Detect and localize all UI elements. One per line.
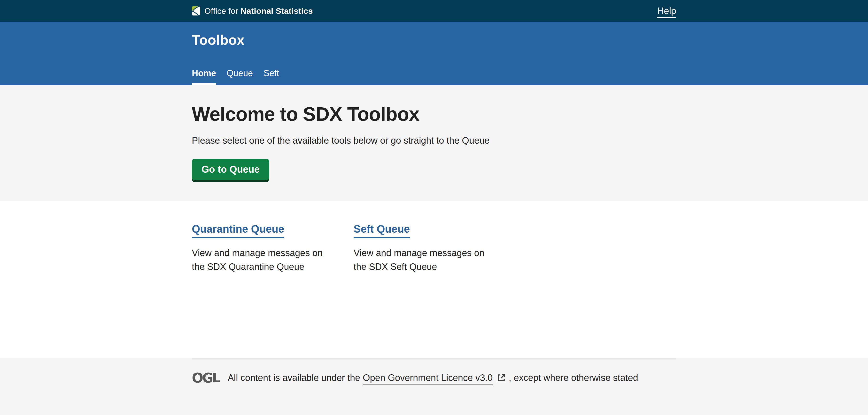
footer-divider <box>192 358 676 358</box>
external-link-icon <box>496 373 506 383</box>
quarantine-queue-link[interactable]: Quarantine Queue <box>192 223 284 235</box>
seft-queue-link[interactable]: Seft Queue <box>353 223 410 235</box>
ons-logo[interactable]: Office for National Statistics <box>192 6 313 16</box>
nav-tab-seft[interactable]: Seft <box>264 68 279 85</box>
title-banner: Toolbox Home Queue Seft <box>0 22 868 85</box>
ogl-logo: OGL <box>192 371 219 384</box>
tool-card-seft: Seft Queue View and manage messages on t… <box>353 223 489 274</box>
help-link[interactable]: Help <box>657 6 676 16</box>
tool-description: View and manage messages on the SDX Seft… <box>353 246 489 274</box>
licence-text: All content is available under the Open … <box>228 373 638 383</box>
welcome-heading: Welcome to SDX Toolbox <box>192 103 676 125</box>
tool-description: View and manage messages on the SDX Quar… <box>192 246 328 274</box>
primary-nav: Home Queue Seft <box>192 68 676 85</box>
tool-card-quarantine: Quarantine Queue View and manage message… <box>192 223 328 274</box>
footer: OGL All content is available under the O… <box>0 358 868 415</box>
ons-logo-icon <box>192 6 200 15</box>
welcome-subheading: Please select one of the available tools… <box>192 135 676 146</box>
ons-logo-text: Office for National Statistics <box>205 6 313 16</box>
tools-section: Quarantine Queue View and manage message… <box>0 201 868 322</box>
nav-tab-home[interactable]: Home <box>192 68 216 85</box>
licence-suffix: , except where otherwise stated <box>508 373 638 383</box>
nav-tab-queue[interactable]: Queue <box>227 68 253 85</box>
page-title: Toolbox <box>192 32 676 48</box>
ogl-licence-link[interactable]: Open Government Licence v3.0 <box>363 373 493 383</box>
licence-prefix: All content is available under the <box>228 373 363 383</box>
welcome-section: Welcome to SDX Toolbox Please select one… <box>0 85 868 201</box>
go-to-queue-button[interactable]: Go to Queue <box>192 159 269 180</box>
top-header-bar: Office for National Statistics Help <box>0 0 868 22</box>
